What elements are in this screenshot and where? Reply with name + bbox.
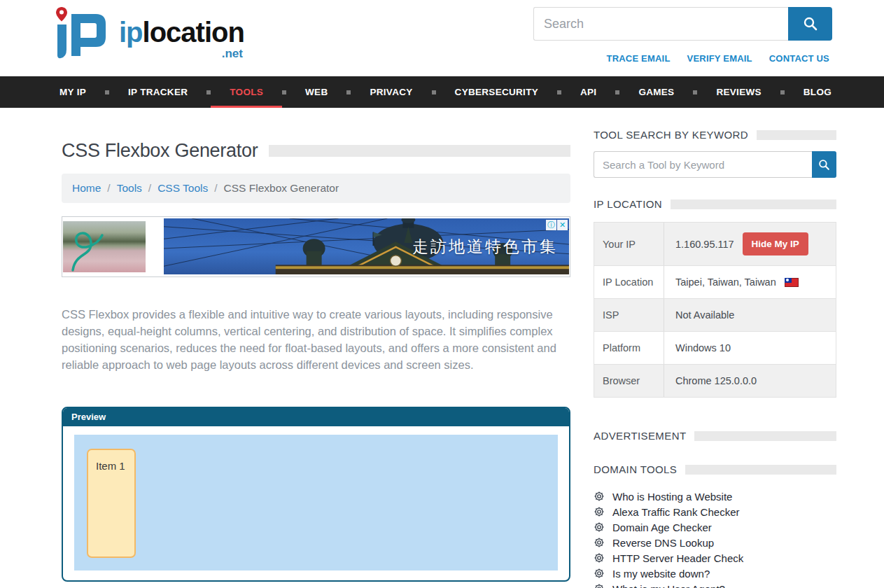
logo-tld: .net: [119, 48, 244, 59]
list-item: Alexa Traffic Rank Checker: [594, 504, 836, 519]
ip-row-label: Your IP: [594, 223, 664, 265]
advertisement-heading-row: ADVERTISEMENT: [594, 430, 836, 442]
nav-item-reviews[interactable]: REVIEWS: [716, 76, 761, 108]
table-row: Platform Windows 10: [594, 332, 836, 365]
nav-separator-icon: [206, 90, 211, 94]
tool-search: [594, 151, 836, 178]
list-item: Is my website down?: [594, 566, 836, 581]
search-icon: [818, 158, 831, 172]
logo-ip-monogram-icon: [55, 6, 116, 59]
preview-flex-item: Item 1: [87, 449, 136, 558]
main-nav: MY IP IP TRACKER TOOLS WEB PRIVACY CYBER…: [0, 76, 884, 108]
logo-word-location: location: [143, 17, 244, 48]
contact-us-link[interactable]: CONTACT US: [769, 53, 829, 64]
ip-row-label: Platform: [594, 332, 664, 364]
breadcrumb-css-tools[interactable]: CSS Tools: [157, 182, 208, 195]
search-icon: [802, 15, 819, 32]
nav-item-blog[interactable]: BLOG: [804, 76, 832, 108]
gear-icon: [594, 506, 605, 517]
ip-info-table: Your IP 1.160.95.117 Hide My IP IP Locat…: [594, 222, 836, 398]
ad-info-icon[interactable]: ⓘ: [546, 220, 556, 230]
browser-value: Chrome 125.0.0.0: [675, 375, 757, 386]
heading-decoration-bar: [757, 130, 836, 140]
breadcrumb-current: CSS Flexbox Generator: [224, 182, 339, 195]
preview-panel-body: Item 1: [63, 426, 569, 579]
header-search-input[interactable]: [533, 7, 788, 41]
nav-item-games[interactable]: GAMES: [638, 76, 674, 108]
ip-row-label: IP Location: [594, 266, 664, 298]
ad-banner-image[interactable]: 走訪地道特色市集 ⓘ ✕: [164, 218, 569, 274]
gear-icon: [594, 537, 605, 548]
domain-tool-link-reverse-dns[interactable]: Reverse DNS Lookup: [612, 537, 714, 549]
ad-close-icon[interactable]: ✕: [557, 220, 568, 230]
gear-icon: [594, 552, 605, 564]
page: iplocation .net TRACE EMAIL VERIFY EMAIL…: [0, 0, 884, 588]
gear-icon: [594, 491, 605, 502]
taiwan-flag-icon: [785, 278, 799, 287]
logo-wordmark: iplocation .net: [119, 18, 244, 59]
title-decoration-bar: [269, 145, 570, 157]
table-row: Browser Chrome 125.0.0.0: [594, 365, 836, 398]
nav-separator-icon: [615, 90, 619, 94]
preview-panel: Preview Item 1: [62, 407, 570, 582]
verify-email-link[interactable]: VERIFY EMAIL: [687, 53, 752, 64]
ad-photo-left[interactable]: [63, 221, 146, 272]
your-ip-value: 1.160.95.117: [675, 239, 734, 250]
page-title: CSS Flexbox Generator: [62, 140, 258, 162]
site-logo[interactable]: iplocation .net: [55, 6, 244, 59]
domain-tool-link-http-header[interactable]: HTTP Server Header Check: [612, 552, 743, 564]
list-item: Reverse DNS Lookup: [594, 535, 836, 550]
domain-tool-link-alexa-rank[interactable]: Alexa Traffic Rank Checker: [612, 506, 739, 518]
domain-tool-link-hosting[interactable]: Who is Hosting a Website: [612, 491, 732, 503]
domain-tool-link-website-down[interactable]: Is my website down?: [612, 568, 710, 580]
breadcrumb-home[interactable]: Home: [72, 182, 101, 195]
site-header: iplocation .net TRACE EMAIL VERIFY EMAIL…: [0, 0, 884, 76]
breadcrumb-separator: /: [107, 182, 110, 195]
ip-location-heading-row: IP LOCATION: [594, 198, 836, 210]
header-search: [533, 7, 832, 41]
tool-search-input[interactable]: [594, 151, 812, 178]
breadcrumb-separator: /: [148, 182, 151, 195]
nav-item-cybersecurity[interactable]: CYBERSECURITY: [455, 76, 538, 108]
heading-decoration-bar: [671, 200, 836, 209]
list-item: Domain Age Checker: [594, 519, 836, 535]
nav-separator-icon: [557, 90, 561, 94]
nav-item-my-ip[interactable]: MY IP: [59, 76, 86, 108]
list-item: HTTP Server Header Check: [594, 550, 836, 566]
nav-separator-icon: [346, 90, 351, 94]
gear-icon: [594, 583, 605, 588]
trace-email-link[interactable]: TRACE EMAIL: [607, 53, 671, 64]
tool-search-button[interactable]: [812, 151, 836, 178]
nav-item-api[interactable]: API: [580, 76, 596, 108]
header-quick-links: TRACE EMAIL VERIFY EMAIL CONTACT US: [607, 53, 829, 64]
ip-location-heading: IP LOCATION: [594, 198, 662, 210]
ad-banner[interactable]: 走訪地道特色市集 ⓘ ✕: [62, 216, 570, 277]
tool-search-heading-row: TOOL SEARCH BY KEYWORD: [594, 129, 836, 141]
table-row: ISP Not Available: [594, 299, 836, 332]
tool-description: CSS Flexbox provides a flexible and intu…: [62, 307, 566, 374]
ip-location-value: Taipei, Taiwan, Taiwan: [675, 276, 776, 288]
ip-row-label: Browser: [594, 365, 664, 397]
advertisement-heading: ADVERTISEMENT: [594, 430, 686, 442]
preview-flex-container: Item 1: [74, 435, 558, 570]
nav-item-tools[interactable]: TOOLS: [230, 76, 263, 108]
domain-tool-link-user-agent[interactable]: What is my User Agent?: [612, 583, 725, 588]
ad-overlay-text: 走訪地道特色市集: [412, 236, 558, 258]
list-item: Who is Hosting a Website: [594, 489, 836, 504]
domain-tools-heading-row: DOMAIN TOOLS: [594, 463, 836, 475]
main-content: CSS Flexbox Generator Home / Tools / CSS…: [62, 140, 570, 582]
header-search-button[interactable]: [788, 7, 832, 41]
nav-item-ip-tracker[interactable]: IP TRACKER: [128, 76, 188, 108]
breadcrumb-tools[interactable]: Tools: [117, 182, 142, 195]
sidebar: TOOL SEARCH BY KEYWORD IP LOCATION Your …: [594, 129, 836, 588]
nav-separator-icon: [282, 90, 286, 94]
nav-separator-icon: [780, 90, 785, 94]
ad-photo-doodle-icon: [63, 221, 146, 272]
nav-item-web[interactable]: WEB: [305, 76, 328, 108]
table-row: IP Location Taipei, Taiwan, Taiwan: [594, 266, 836, 299]
hide-my-ip-button[interactable]: Hide My IP: [743, 232, 808, 255]
domain-tool-link-domain-age[interactable]: Domain Age Checker: [612, 522, 712, 533]
gear-icon: [594, 522, 605, 533]
nav-item-privacy[interactable]: PRIVACY: [370, 76, 412, 108]
domain-tools-list: Who is Hosting a Website Alexa Traffic R…: [594, 489, 836, 588]
